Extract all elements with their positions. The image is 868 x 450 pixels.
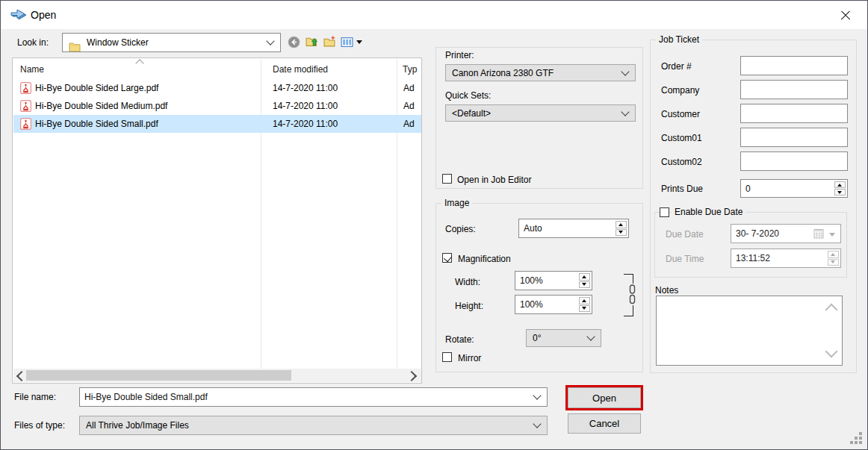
step-down-icon[interactable]	[579, 281, 590, 289]
file-name: Hi-Bye Double Sided Medium.pdf	[35, 101, 259, 111]
order-number-field[interactable]	[740, 56, 848, 75]
file-name-combo[interactable]	[79, 387, 548, 407]
step-up-icon[interactable]	[834, 181, 846, 188]
customer-field[interactable]	[740, 104, 848, 123]
step-up-icon	[828, 251, 839, 258]
column-header-name[interactable]: Name	[20, 64, 44, 75]
custom02-field[interactable]	[740, 151, 848, 171]
open-button[interactable]: Open	[568, 387, 641, 408]
open-in-job-editor-checkbox[interactable]	[442, 174, 452, 184]
scroll-left-icon[interactable]	[16, 371, 27, 381]
due-date-field	[731, 224, 841, 243]
pdf-file-icon	[20, 100, 31, 112]
step-down-icon[interactable]	[616, 229, 627, 237]
printer-combo[interactable]: Canon Arizona 2380 GTF	[445, 64, 636, 81]
up-one-level-icon[interactable]	[306, 35, 318, 48]
horizontal-scrollbar[interactable]	[13, 369, 421, 382]
file-row-selected[interactable]: Hi-Bye Double Sided Small.pdf 14-7-2020 …	[13, 115, 421, 133]
width-stepper[interactable]	[579, 273, 590, 288]
custom01-field[interactable]	[740, 128, 848, 147]
app-arrow-icon	[10, 8, 28, 21]
due-time-label: Due Time	[666, 254, 704, 264]
width-field[interactable]	[515, 271, 592, 290]
enable-due-date-checkbox[interactable]	[660, 207, 669, 217]
custom02-input[interactable]	[741, 152, 847, 170]
notes-textarea[interactable]	[657, 296, 845, 368]
company-input[interactable]	[741, 81, 847, 99]
file-type: Ad	[403, 101, 421, 111]
close-icon[interactable]	[836, 7, 855, 24]
file-name: Hi-Bye Double Sided Small.pdf	[35, 119, 259, 129]
link-width-height-icon[interactable]	[627, 284, 637, 305]
step-down-icon[interactable]	[834, 189, 846, 196]
printer-value: Canon Arizona 2380 GTF	[452, 68, 554, 78]
company-field[interactable]	[740, 80, 848, 99]
look-in-combo[interactable]: Window Sticker	[62, 33, 281, 52]
resize-grip-icon[interactable]	[849, 431, 863, 445]
create-new-folder-icon[interactable]	[323, 35, 336, 48]
due-time-stepper	[828, 251, 839, 266]
file-list: Name Date modified Typ Hi-Bye Double Sid…	[12, 57, 422, 384]
file-date: 14-7-2020 11:00	[273, 83, 392, 93]
file-name-label: File name:	[14, 392, 56, 402]
file-type: Ad	[403, 119, 421, 129]
scroll-right-icon[interactable]	[406, 371, 417, 381]
pdf-file-icon	[20, 82, 31, 94]
mirror-label: Mirror	[458, 353, 481, 363]
printer-label: Printer:	[445, 50, 474, 60]
open-in-job-editor-label: Open in Job Editor	[457, 175, 531, 185]
file-row[interactable]: Hi-Bye Double Sided Large.pdf 14-7-2020 …	[13, 79, 421, 97]
open-dialog: Open Look in: Window Sticker	[0, 0, 868, 450]
notes-label: Notes	[655, 285, 678, 296]
open-button-highlight: Open	[565, 385, 643, 410]
mirror-checkbox[interactable]	[442, 352, 452, 362]
quick-sets-value: <Default>	[452, 108, 491, 119]
quick-sets-combo[interactable]: <Default>	[445, 104, 636, 122]
step-down-icon	[828, 259, 839, 266]
custom02-label: Custom02	[661, 157, 702, 167]
cancel-button[interactable]: Cancel	[568, 413, 641, 434]
go-back-icon[interactable]	[288, 36, 300, 49]
step-up-icon[interactable]	[616, 221, 627, 228]
copies-label: Copies:	[445, 224, 476, 234]
custom01-input[interactable]	[741, 128, 847, 146]
step-up-icon[interactable]	[579, 297, 590, 304]
copies-stepper[interactable]	[616, 221, 627, 236]
view-menu-dropdown-icon[interactable]	[356, 40, 362, 44]
copies-field[interactable]	[518, 219, 629, 238]
notes-field[interactable]	[656, 296, 843, 366]
rotate-label: Rotate:	[445, 334, 474, 345]
prints-due-field[interactable]	[740, 179, 848, 198]
due-date-input	[731, 225, 840, 243]
column-header-date-modified[interactable]: Date modified	[273, 64, 328, 75]
files-of-type-label: Files of type:	[14, 420, 65, 431]
prints-due-stepper[interactable]	[834, 181, 846, 196]
column-header-type[interactable]: Typ	[403, 64, 417, 75]
due-time-field	[731, 249, 841, 268]
width-label: Width:	[455, 277, 480, 287]
customer-label: Customer	[661, 109, 700, 119]
height-stepper[interactable]	[579, 297, 590, 312]
view-menu-icon[interactable]	[341, 36, 353, 49]
height-label: Height:	[455, 301, 483, 311]
magnification-checkbox[interactable]	[442, 253, 452, 263]
folder-icon	[69, 42, 81, 52]
customer-input[interactable]	[741, 104, 847, 122]
chevron-down-icon	[533, 419, 541, 428]
height-field[interactable]	[515, 295, 592, 314]
dialog-title: Open	[31, 9, 56, 21]
sort-ascending-icon	[135, 59, 143, 67]
prints-due-input[interactable]	[741, 180, 847, 197]
scrollbar-thumb[interactable]	[26, 370, 291, 381]
copies-input[interactable]	[519, 219, 628, 237]
file-name: Hi-Bye Double Sided Large.pdf	[35, 83, 259, 93]
file-row[interactable]: Hi-Bye Double Sided Medium.pdf 14-7-2020…	[13, 97, 421, 115]
order-number-input[interactable]	[741, 57, 847, 75]
file-name-input[interactable]	[80, 388, 547, 406]
files-of-type-combo[interactable]: All Thrive Job/Image Files	[79, 416, 548, 435]
job-ticket-group-label: Job Ticket	[656, 34, 702, 45]
rotate-combo[interactable]: 0°	[526, 329, 601, 347]
step-up-icon[interactable]	[579, 273, 590, 281]
calendar-icon	[813, 228, 824, 239]
step-down-icon[interactable]	[579, 305, 590, 313]
